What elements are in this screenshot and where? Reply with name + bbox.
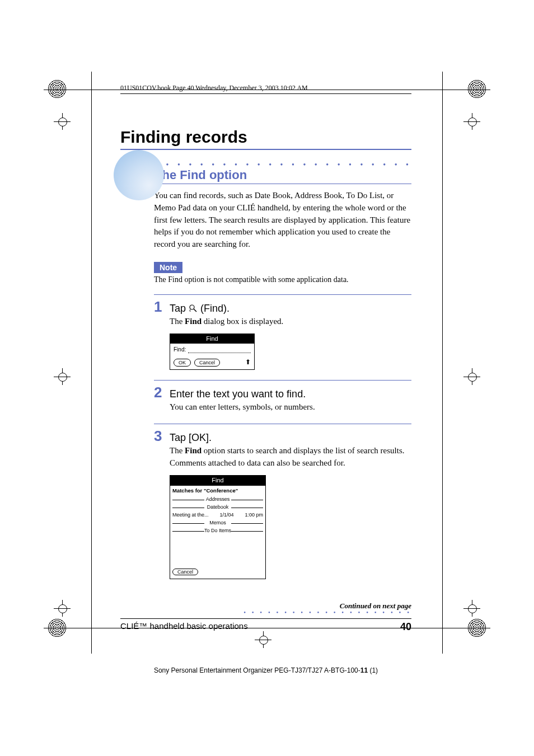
registration-mark (54, 113, 71, 130)
result-section: Memos (172, 519, 263, 527)
step-title: Tap [OK]. (170, 432, 212, 444)
book-header-line: 01US01COV.book Page 40 Wednesday, Decemb… (120, 84, 411, 94)
step-body: The Find dialog box is displayed. Find F… (170, 316, 411, 370)
result-section: To Do Items (172, 527, 263, 534)
dialog-title: Find (170, 476, 265, 486)
find-input-line (188, 347, 251, 353)
step-title: Tap (Find). (170, 303, 229, 314)
page-footer: CLIÉ™ handheld basic operations 40 (120, 618, 411, 633)
result-row: Meeting at the... 1/1/04 1:00 pm (170, 511, 265, 519)
step-3: 3 Tap [OK]. (154, 424, 411, 445)
decorative-circle (114, 150, 164, 200)
page-title: Finding records (120, 128, 411, 150)
cancel-button: Cancel (172, 569, 198, 575)
step-body: The Find option starts to search and dis… (170, 445, 411, 579)
crop-ornament (467, 79, 486, 98)
result-cell: 1:00 pm (245, 511, 263, 519)
continued-note: Continued on next page • • • • • • • • •… (120, 602, 411, 614)
crop-ornament (48, 79, 67, 98)
registration-mark (463, 368, 480, 385)
step-number: 1 (154, 298, 170, 316)
step-body: You can enter letters, symbols, or numbe… (170, 401, 411, 414)
decorative-dots: • • • • • • • • • • • • • • • • • • • • … (120, 611, 411, 614)
registration-mark (54, 368, 71, 385)
footer-text: (1) (368, 666, 378, 674)
registration-mark (54, 600, 71, 617)
step-1: 1 Tap (Find). (154, 294, 411, 316)
cancel-button: Cancel (194, 359, 220, 367)
crop-line (91, 72, 92, 654)
intro-paragraph: You can find records, such as Date Book,… (154, 190, 411, 251)
text: dialog box is displayed. (202, 317, 283, 326)
step-number: 2 (154, 384, 170, 401)
registration-mark (463, 113, 480, 130)
step-number: 3 (154, 428, 170, 445)
registration-mark (463, 600, 480, 617)
arrow-up-icon: ⬆ (245, 358, 251, 367)
ok-button: OK (174, 359, 191, 367)
step-title: Enter the text you want to find. (170, 388, 306, 400)
footer-text: CLIÉ™ handheld basic operations (120, 621, 248, 633)
text: option starts to search and displays the… (170, 446, 405, 467)
page-number: 40 (400, 621, 411, 633)
text: The (170, 446, 185, 455)
section-heading: Using the Find option (120, 168, 411, 184)
note-label: Note (154, 262, 182, 273)
result-cell: 1/1/04 (219, 511, 233, 519)
matches-heading: Matches for "Conference" (170, 486, 265, 496)
result-section: Addresses (172, 496, 263, 503)
svg-line-1 (194, 309, 196, 312)
svg-point-0 (190, 305, 194, 309)
step-title-text: Tap (170, 303, 189, 314)
step-title-text: (Find). (200, 303, 229, 314)
result-cell: Meeting at the... (172, 511, 209, 519)
footer-text: Sony Personal Entertainment Organizer PE… (154, 666, 360, 674)
dialog-title: Find (170, 334, 254, 344)
decorative-dots: • • • • • • • • • • • • • • • • • • • • … (120, 163, 411, 168)
footer-text-bold: 11 (360, 666, 368, 674)
result-section: Datebook (172, 504, 263, 511)
find-icon (189, 304, 198, 313)
text-bold: Find (185, 317, 202, 326)
crop-line (442, 72, 443, 654)
text: The (170, 317, 185, 326)
text-bold: Find (185, 446, 202, 455)
find-results-screenshot: Find Matches for "Conference" Addresses … (170, 475, 266, 580)
note-text: The Find option is not compatible with s… (154, 275, 411, 284)
find-label: Find: (174, 346, 186, 354)
find-dialog-screenshot: Find Find: OK Cancel ⬆ (170, 334, 255, 370)
step-2: 2 Enter the text you want to find. (154, 380, 411, 401)
imprint-footer: Sony Personal Entertainment Organizer PE… (120, 666, 411, 674)
